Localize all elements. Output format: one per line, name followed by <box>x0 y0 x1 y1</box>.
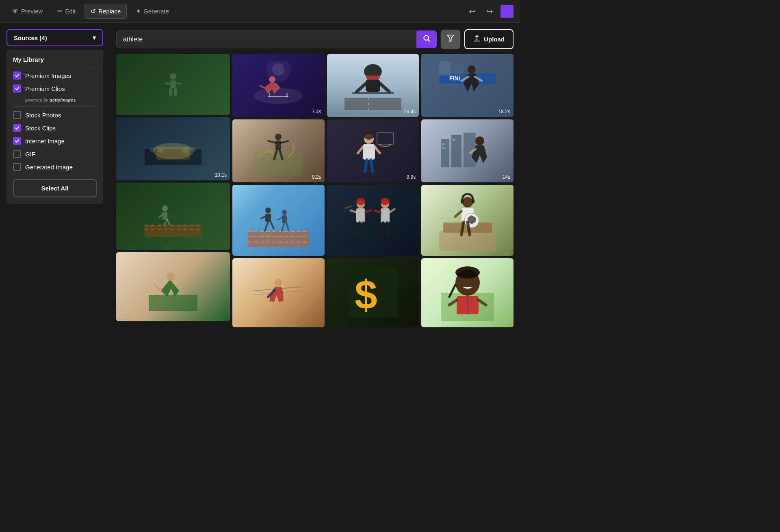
svg-line-81 <box>351 210 356 212</box>
svg-line-1 <box>428 40 430 42</box>
svg-point-123 <box>455 266 480 279</box>
image-duration: 9.2s <box>312 174 321 180</box>
premium-clips-checkbox[interactable] <box>13 84 21 93</box>
svg-point-13 <box>158 149 164 153</box>
gif-row[interactable]: GIF <box>13 150 97 158</box>
svg-line-21 <box>159 214 162 217</box>
svg-point-79 <box>356 198 365 205</box>
svg-line-83 <box>365 210 371 212</box>
image-card[interactable] <box>116 54 230 115</box>
premium-images-label: Premium Images <box>25 72 71 79</box>
svg-point-25 <box>167 272 175 281</box>
image-card[interactable] <box>116 183 230 250</box>
undo-icon: ↩ <box>469 7 476 16</box>
svg-rect-24 <box>149 295 197 311</box>
generated-image-row[interactable]: Generated Image <box>13 163 97 171</box>
replace-button[interactable]: ↺ Replace <box>84 4 127 19</box>
image-card[interactable] <box>421 185 514 256</box>
image-card[interactable] <box>116 252 230 321</box>
image-card[interactable]: 14s <box>421 119 514 182</box>
stock-clips-row[interactable]: Stock Clips <box>13 124 97 132</box>
image-card[interactable] <box>421 258 514 327</box>
stock-photos-checkbox[interactable] <box>13 111 21 119</box>
svg-line-89 <box>390 209 394 212</box>
search-bar: Upload <box>116 29 514 49</box>
pencil-icon: ✏ <box>57 7 63 15</box>
gif-checkbox[interactable] <box>13 150 21 158</box>
filter-button[interactable] <box>441 30 460 49</box>
image-card[interactable] <box>327 185 419 256</box>
left-column: 10.1s <box>116 54 230 351</box>
select-all-button[interactable]: Select All <box>13 179 97 197</box>
image-card[interactable]: 7.4s <box>232 54 325 117</box>
svg-rect-114 <box>461 199 464 203</box>
image-card[interactable]: FINI 18.2s <box>421 54 514 117</box>
svg-rect-52 <box>282 215 287 223</box>
svg-rect-20 <box>162 212 167 220</box>
stock-photos-label: Stock Photos <box>25 112 61 119</box>
image-card[interactable]: $ <box>327 258 419 327</box>
sources-dropdown-button[interactable]: Sources (4) ▾ <box>6 29 103 46</box>
svg-rect-7 <box>169 89 172 96</box>
svg-point-0 <box>424 35 429 40</box>
search-input[interactable] <box>116 30 437 48</box>
redo-button[interactable]: ↪ <box>483 5 496 18</box>
svg-line-84 <box>357 223 360 237</box>
stock-photos-row[interactable]: Stock Photos <box>13 111 97 119</box>
svg-point-46 <box>265 208 271 213</box>
image-card[interactable]: 9.2s <box>232 119 325 182</box>
svg-point-19 <box>162 205 168 211</box>
svg-text:FINI: FINI <box>449 75 460 82</box>
gif-label: GIF <box>25 151 35 158</box>
powered-by: powered by gettyimages <box>25 97 97 102</box>
svg-rect-73 <box>364 147 374 149</box>
svg-point-71 <box>364 132 374 140</box>
svg-rect-5 <box>165 82 170 84</box>
svg-line-54 <box>282 223 284 231</box>
svg-rect-110 <box>439 231 496 251</box>
premium-images-row[interactable]: Premium Images <box>13 71 97 80</box>
top-navigation: 👁 Preview ✏ Edit ↺ Replace ✦ Generate ↩ … <box>0 0 520 23</box>
image-card[interactable]: 9.9s <box>327 119 419 182</box>
filter-icon <box>446 34 455 44</box>
preview-button[interactable]: 👁 Preview <box>6 4 48 18</box>
svg-line-49 <box>265 222 268 231</box>
upload-button[interactable]: Upload <box>464 29 514 49</box>
svg-point-28 <box>272 63 284 76</box>
avatar <box>500 5 514 18</box>
svg-rect-69 <box>377 133 393 144</box>
svg-line-77 <box>371 160 373 171</box>
image-card[interactable]: 26.4s <box>327 54 419 117</box>
svg-point-3 <box>170 73 176 80</box>
svg-rect-47 <box>265 214 271 222</box>
image-card[interactable] <box>232 258 325 327</box>
image-card[interactable]: 10.1s <box>116 117 230 180</box>
svg-rect-32 <box>286 93 288 97</box>
svg-line-23 <box>167 220 170 225</box>
upload-icon <box>473 35 481 43</box>
svg-rect-42 <box>248 231 309 247</box>
generated-image-checkbox[interactable] <box>13 163 21 171</box>
stock-clips-checkbox[interactable] <box>13 124 21 132</box>
edit-button[interactable]: ✏ Edit <box>52 4 81 18</box>
svg-point-108 <box>475 136 484 145</box>
search-button[interactable] <box>416 30 437 48</box>
premium-images-checkbox[interactable] <box>13 71 21 80</box>
svg-point-51 <box>282 210 287 215</box>
svg-line-120 <box>468 222 470 235</box>
undo-button[interactable]: ↩ <box>466 5 479 18</box>
svg-rect-8 <box>174 89 177 96</box>
divider-1 <box>13 67 97 67</box>
internet-image-row[interactable]: Internet Image <box>13 137 97 145</box>
replace-icon: ↺ <box>91 7 96 15</box>
svg-rect-65 <box>366 80 380 92</box>
svg-line-85 <box>364 223 365 237</box>
premium-clips-row[interactable]: Premium Clips <box>13 84 97 93</box>
premium-clips-label: Premium Clips <box>25 85 65 92</box>
svg-line-74 <box>358 147 363 153</box>
image-card[interactable] <box>232 185 325 256</box>
internet-image-checkbox[interactable] <box>13 137 21 145</box>
content-area: Upload <box>110 23 520 357</box>
generate-button[interactable]: ✦ Generate <box>130 4 175 18</box>
svg-marker-2 <box>448 35 454 42</box>
